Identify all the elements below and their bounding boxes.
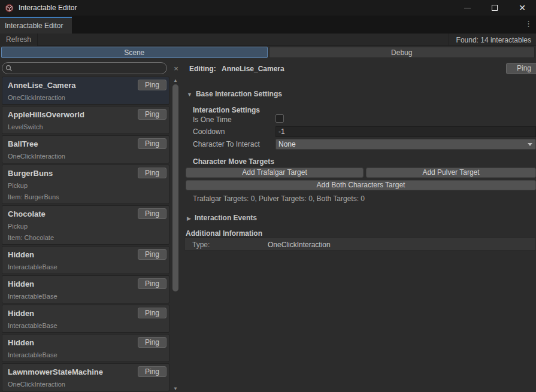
maximize-icon [492,5,498,11]
is-one-time-checkbox[interactable] [275,114,284,123]
item-subtitle: Item: BurgerBuns [8,193,164,201]
scroll-down-button[interactable]: ▼ [171,385,180,392]
type-info-row: Type: OneClickInteraction [184,238,536,251]
chevron-down-icon [528,143,532,146]
interaction-events-foldout[interactable]: ▶Interaction Events [187,212,536,223]
list-item[interactable]: AppleHillsOverworldPingLevelSwitch [2,106,169,134]
cooldown-label: Cooldown [193,127,225,136]
interaction-events-label: Interaction Events [195,214,257,222]
list-item[interactable]: HiddenPingInteractableBase [2,334,169,362]
item-ping-button[interactable]: Ping [138,278,166,289]
view-tabs: Scene Debug [0,47,536,58]
interactable-list: AnneLise_CameraPingOneClickInteractionAp… [0,77,170,392]
close-icon: ✕ [519,4,526,12]
search-row: × [0,62,183,75]
close-button[interactable]: ✕ [508,0,536,16]
scroll-up-button[interactable]: ▲ [171,77,180,84]
additional-information-header: Additional Information [186,227,536,238]
is-one-time-label: Is One Time [193,116,232,124]
item-subtitle: InteractableBase [8,322,164,330]
maximize-button[interactable] [481,0,508,16]
list-item[interactable]: HiddenPingInteractableBase [2,305,169,333]
targets-summary: Trafalgar Targets: 0, Pulver Targets: 0,… [193,195,365,203]
tab-interactable-editor[interactable]: Interactable Editor [0,17,72,34]
item-subtitle: InteractableBase [8,293,164,300]
item-subtitle: InteractableBase [8,263,164,271]
add-target-buttons-row: Add Trafalgar Target Add Pulver Target [183,168,536,178]
scene-list-panel: × AnneLise_CameraPingOneClickInteraction… [0,58,183,392]
item-subtitle: Item: Chocolate [8,234,164,242]
item-subtitle: LevelSwitch [8,123,164,131]
list-item[interactable]: AnneLise_CameraPingOneClickInteraction [2,77,169,105]
item-subtitle: Pickup [8,182,164,190]
window-title: Interactable Editor [19,4,77,12]
dropdown-value: None [278,140,296,148]
list-item[interactable]: ChocolatePingPickupItem: Chocolate [2,205,169,245]
list-scrollbar[interactable]: ▲ ▼ [171,77,180,392]
titlebar: Interactable Editor ✕ [0,0,536,16]
type-value: OneClickInteraction [268,241,331,249]
character-to-interact-label: Character To Interact [193,140,260,148]
add-trafalgar-button[interactable]: Add Trafalgar Target [186,168,364,178]
minimize-icon [464,8,471,8]
add-both-characters-button[interactable]: Add Both Characters Target [186,180,536,190]
list-item[interactable]: HiddenPingInteractableBase [2,246,169,274]
list-item[interactable]: BallTreePingOneClickInteraction [2,135,169,163]
list-item[interactable]: HiddenPingInteractableBase [2,275,169,303]
item-ping-button[interactable]: Ping [138,249,166,260]
interactable-editor-window: Interactable Editor ✕ Interactable Edito… [0,0,536,392]
item-ping-button[interactable]: Ping [138,138,166,149]
found-count-label: Found: 14 interactables [449,34,536,46]
inspector-panel: Editing: AnneLise_Camera Ping ▼Base Inte… [183,58,536,392]
type-label: Type: [192,241,210,249]
search-icon [5,65,13,72]
tab-scene[interactable]: Scene [1,47,268,58]
toolbar: Refresh Found: 14 interactables [0,34,536,46]
item-subtitle: OneClickInteraction [8,381,164,388]
tab-debug[interactable]: Debug [269,47,535,58]
app-cube-icon [5,4,14,13]
item-ping-button[interactable]: Ping [138,337,166,348]
base-settings-foldout[interactable]: ▼Base Interaction Settings [187,88,536,99]
targets-summary-row: Trafalgar Targets: 0, Pulver Targets: 0,… [193,193,536,203]
add-pulver-button[interactable]: Add Pulver Target [366,168,536,178]
character-to-interact-dropdown[interactable]: None [275,139,536,150]
foldout-open-triangle-icon: ▼ [187,92,192,98]
editor-tab-label: Interactable Editor [5,22,63,30]
kebab-menu-icon[interactable]: ⋮ [525,20,532,28]
item-ping-button[interactable]: Ping [138,109,166,120]
item-ping-button[interactable]: Ping [138,366,166,377]
editing-value: AnneLise_Camera [222,65,284,73]
base-settings-foldout-label: Base Interaction Settings [196,90,282,98]
item-ping-button[interactable]: Ping [138,168,166,178]
editing-header-row: Editing: AnneLise_Camera Ping [183,65,536,76]
item-ping-button[interactable]: Ping [138,308,166,318]
item-subtitle: InteractableBase [8,351,164,359]
add-both-row: Add Both Characters Target [183,180,536,190]
search-clear-button[interactable]: × [171,63,181,74]
refresh-button[interactable]: Refresh [0,34,38,46]
list-item[interactable]: BurgerBunsPingPickupItem: BurgerBuns [2,165,169,204]
editor-tabbar: Interactable Editor ⋮ [0,16,536,34]
item-subtitle: OneClickInteraction [8,94,164,102]
inspector-ping-button[interactable]: Ping [506,63,536,74]
editing-label: Editing: [189,65,216,73]
item-subtitle: OneClickInteraction [8,153,164,160]
scrollbar-thumb[interactable] [172,84,178,291]
move-targets-header: Character Move Targets [193,156,536,166]
list-item[interactable]: LawnmowerStateMachinePingOneClickInterac… [2,363,169,391]
cooldown-field[interactable]: -1 [275,126,536,137]
item-subtitle: Pickup [8,223,164,230]
item-ping-button[interactable]: Ping [138,208,166,219]
minimize-button[interactable] [453,0,481,16]
foldout-closed-triangle-icon: ▶ [187,215,191,221]
interaction-settings-header: Interaction Settings [193,104,536,115]
search-input[interactable] [2,62,167,74]
item-ping-button[interactable]: Ping [138,80,166,90]
